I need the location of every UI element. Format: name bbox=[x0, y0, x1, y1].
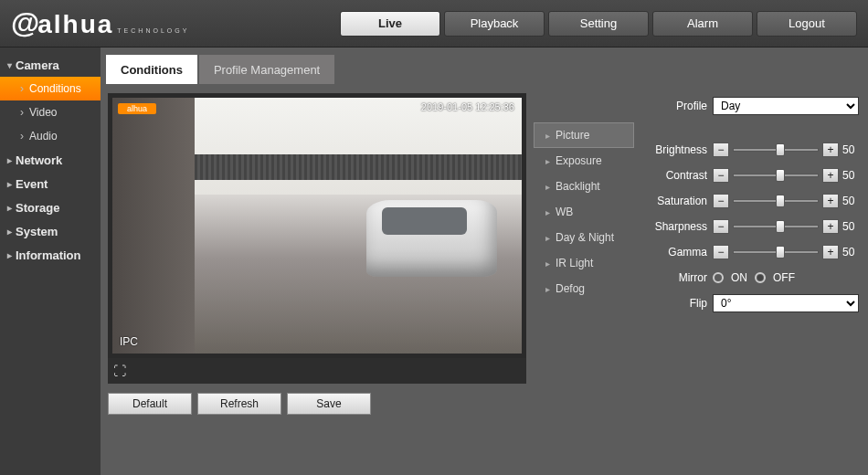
video-scene bbox=[112, 98, 522, 354]
label-gamma: Gamma bbox=[643, 246, 707, 259]
mirror-on-label: ON bbox=[731, 271, 747, 284]
sidebar-item-conditions[interactable]: Conditions bbox=[0, 77, 101, 100]
saturation-minus[interactable]: − bbox=[713, 194, 729, 208]
mirror-on-radio[interactable] bbox=[713, 272, 724, 283]
save-button[interactable]: Save bbox=[287, 393, 371, 415]
bottom-buttons: Default Refresh Save bbox=[108, 393, 526, 415]
subnav-irlight[interactable]: IR Light bbox=[534, 250, 634, 276]
video-toolbar: ⛶ bbox=[108, 358, 526, 384]
label-brightness: Brightness bbox=[643, 143, 707, 156]
refresh-button[interactable]: Refresh bbox=[197, 393, 281, 415]
main: Camera Conditions Video Audio Network Ev… bbox=[0, 48, 868, 475]
row-flip: Flip 0° bbox=[643, 290, 859, 316]
label-mirror: Mirror bbox=[643, 271, 707, 284]
sharpness-slider[interactable] bbox=[733, 225, 819, 228]
mirror-off-radio[interactable] bbox=[755, 272, 766, 283]
nav-logout[interactable]: Logout bbox=[757, 11, 857, 37]
row-brightness: Brightness − + 50 bbox=[643, 137, 859, 163]
row-mirror: Mirror ON OFF bbox=[643, 265, 859, 290]
osd-ipc-label: IPC bbox=[120, 335, 138, 348]
row-gamma: Gamma − + 50 bbox=[643, 239, 859, 265]
brand-name: alhua bbox=[37, 10, 113, 39]
default-button[interactable]: Default bbox=[108, 393, 192, 415]
settings-panel: Profile Day Brightness − + 50 bbox=[641, 93, 861, 466]
osd-brand-badge: alhua bbox=[118, 103, 156, 114]
brightness-value: 50 bbox=[842, 143, 859, 156]
sidebar-item-information[interactable]: Information bbox=[0, 243, 101, 267]
label-flip: Flip bbox=[643, 297, 707, 310]
sharpness-value: 50 bbox=[842, 220, 859, 233]
brightness-minus[interactable]: − bbox=[713, 142, 729, 157]
gamma-plus[interactable]: + bbox=[822, 245, 839, 259]
saturation-plus[interactable]: + bbox=[822, 194, 839, 208]
subnav: Picture Exposure Backlight WB Day & Nigh… bbox=[534, 93, 634, 466]
nav-setting[interactable]: Setting bbox=[548, 11, 649, 37]
sidebar-item-network[interactable]: Network bbox=[0, 148, 101, 172]
sidebar-item-storage[interactable]: Storage bbox=[0, 195, 101, 219]
sharpness-plus[interactable]: + bbox=[822, 219, 839, 234]
subnav-backlight[interactable]: Backlight bbox=[534, 174, 634, 199]
panel: alhua 2019-01-05 12:25:36 IPC ⛶ Default … bbox=[101, 84, 868, 475]
label-saturation: Saturation bbox=[643, 195, 707, 207]
contrast-slider[interactable] bbox=[733, 174, 819, 177]
sharpness-minus[interactable]: − bbox=[713, 219, 729, 234]
sidebar: Camera Conditions Video Audio Network Ev… bbox=[0, 48, 101, 475]
osd-timestamp: 2019-01-05 12:25:36 bbox=[421, 101, 514, 112]
subnav-exposure[interactable]: Exposure bbox=[534, 148, 634, 174]
brightness-plus[interactable]: + bbox=[822, 142, 839, 157]
sidebar-item-audio[interactable]: Audio bbox=[0, 124, 101, 148]
gamma-value: 50 bbox=[842, 246, 859, 259]
row-sharpness: Sharpness − + 50 bbox=[643, 214, 859, 239]
tab-conditions[interactable]: Conditions bbox=[106, 55, 197, 84]
video-preview: alhua 2019-01-05 12:25:36 IPC bbox=[108, 93, 526, 358]
nav-playback[interactable]: Playback bbox=[444, 11, 545, 37]
sidebar-item-event[interactable]: Event bbox=[0, 172, 101, 195]
label-profile: Profile bbox=[643, 100, 707, 112]
nav-live[interactable]: Live bbox=[340, 11, 440, 37]
saturation-slider[interactable] bbox=[733, 199, 819, 203]
subnav-defog[interactable]: Defog bbox=[534, 276, 634, 301]
top-nav: Live Playback Setting Alarm Logout bbox=[340, 11, 857, 37]
tab-profile-management[interactable]: Profile Management bbox=[199, 55, 334, 84]
fullscreen-icon[interactable]: ⛶ bbox=[113, 364, 126, 378]
gamma-minus[interactable]: − bbox=[713, 245, 729, 259]
subnav-daynight[interactable]: Day & Night bbox=[534, 225, 634, 250]
top-bar: @alhua TECHNOLOGY Live Playback Setting … bbox=[0, 0, 868, 48]
saturation-value: 50 bbox=[842, 195, 859, 207]
label-contrast: Contrast bbox=[643, 169, 707, 182]
sidebar-item-video[interactable]: Video bbox=[0, 100, 101, 124]
mirror-off-label: OFF bbox=[773, 271, 795, 284]
row-saturation: Saturation − + 50 bbox=[643, 188, 859, 214]
contrast-value: 50 bbox=[842, 169, 859, 182]
content: Conditions Profile Management alhua 2019… bbox=[101, 48, 868, 475]
sidebar-item-system[interactable]: System bbox=[0, 219, 101, 243]
brand-logo: @alhua TECHNOLOGY bbox=[11, 6, 189, 40]
brand-sub: TECHNOLOGY bbox=[117, 27, 189, 34]
nav-alarm[interactable]: Alarm bbox=[652, 11, 753, 37]
contrast-plus[interactable]: + bbox=[822, 168, 839, 183]
profile-select[interactable]: Day bbox=[713, 97, 859, 115]
row-profile: Profile Day bbox=[643, 93, 859, 119]
contrast-minus[interactable]: − bbox=[713, 168, 729, 183]
video-column: alhua 2019-01-05 12:25:36 IPC ⛶ Default … bbox=[108, 93, 526, 466]
tabs: Conditions Profile Management bbox=[106, 55, 868, 84]
flip-select[interactable]: 0° bbox=[713, 294, 859, 312]
subnav-picture[interactable]: Picture bbox=[534, 122, 634, 148]
subnav-wb[interactable]: WB bbox=[534, 199, 634, 225]
row-contrast: Contrast − + 50 bbox=[643, 163, 859, 188]
label-sharpness: Sharpness bbox=[643, 220, 707, 233]
sidebar-item-camera[interactable]: Camera bbox=[0, 53, 101, 77]
brightness-slider[interactable] bbox=[733, 148, 819, 152]
gamma-slider[interactable] bbox=[733, 250, 819, 254]
